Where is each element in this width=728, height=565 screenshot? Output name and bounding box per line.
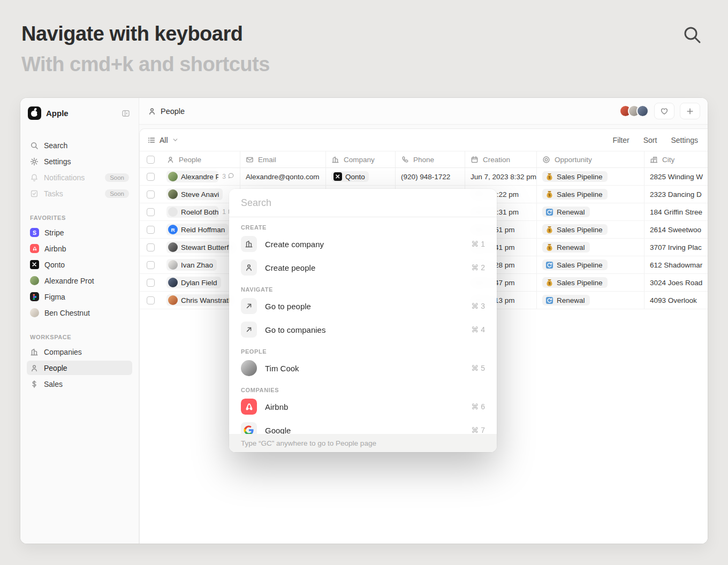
row-checkbox[interactable] <box>147 243 155 251</box>
toolbar-action-filter[interactable]: Filter <box>613 136 630 144</box>
google-logo-icon <box>241 422 257 434</box>
creation-cell[interactable]: Jun 7, 2023 8:32 pm <box>465 168 537 185</box>
opportunity-cell: Renewal <box>537 292 644 309</box>
city-cell[interactable]: 2323 Dancing D <box>644 186 708 203</box>
opportunity-cell: $Sales Pipeline <box>537 221 644 238</box>
breadcrumb[interactable]: People <box>145 105 188 118</box>
member-avatar-3[interactable] <box>636 105 649 117</box>
column-header-opportunity[interactable]: Opportunity <box>537 151 644 167</box>
column-header-label: People <box>179 156 201 164</box>
column-header-company[interactable]: Company <box>326 151 396 167</box>
palette-item-google[interactable]: Google⌘ 7 <box>229 418 497 434</box>
palette-item-go-to-people[interactable]: Go to people⌘ 3 <box>229 294 497 318</box>
column-header-email[interactable]: Email <box>240 151 326 167</box>
city-cell[interactable]: 612 Shadowmar <box>644 256 708 273</box>
column-header-creation[interactable]: Creation <box>465 151 537 167</box>
favorite-item-stripe[interactable]: SStripe <box>27 225 132 240</box>
person-chip[interactable]: Ivan Zhao <box>166 259 217 271</box>
city-icon <box>650 156 658 164</box>
opportunity-chip[interactable]: $Sales Pipeline <box>542 189 608 200</box>
city-cell[interactable]: 3707 Irving Plac <box>644 239 708 256</box>
opportunity-chip[interactable]: $Sales Pipeline <box>542 171 608 182</box>
person-chip[interactable]: Chris Wanstrath <box>166 294 234 306</box>
person-chip[interactable]: Roelof Botha <box>166 206 218 218</box>
workspace-item-people[interactable]: People <box>27 361 132 375</box>
column-header-city[interactable]: City <box>644 151 708 167</box>
opportunity-label: Sales Pipeline <box>557 226 603 234</box>
opportunity-chip[interactable]: Renewal <box>542 295 590 306</box>
avatar-green-icon <box>30 276 39 285</box>
column-header-label: Opportunity <box>555 156 592 164</box>
row-checkbox[interactable] <box>147 279 155 287</box>
sidebar-item-search[interactable]: Search <box>27 138 132 152</box>
person-name: Chris Wanstrath <box>181 296 232 304</box>
view-switcher[interactable]: All <box>147 136 179 144</box>
favorite-item-ben-chestnut[interactable]: Ben Chestnut <box>27 306 132 320</box>
email-cell[interactable]: Alexandre@qonto.com <box>240 168 326 185</box>
person-chip[interactable]: Steve Anavi <box>166 188 223 200</box>
person-chip[interactable]: Alexandre Prot <box>166 171 218 182</box>
column-header-phone[interactable]: Phone <box>396 151 465 167</box>
workspace-header[interactable]: Apple <box>27 105 132 121</box>
person-chip[interactable]: Dylan Field <box>166 277 221 288</box>
member-avatars[interactable] <box>619 105 649 117</box>
person-chip[interactable]: Stewart Butterfield <box>166 241 234 253</box>
row-checkbox[interactable] <box>147 226 155 234</box>
favorite-item-alexandre-prot[interactable]: Alexandre Prot <box>27 273 132 288</box>
favorite-button[interactable] <box>654 103 674 119</box>
palette-item-create-company[interactable]: Create company⌘ 1 <box>229 232 497 256</box>
palette-item-label: Create people <box>265 263 463 272</box>
palette-search-input[interactable] <box>241 197 485 209</box>
column-header-people[interactable]: People <box>161 151 240 167</box>
row-checkbox[interactable] <box>147 173 155 181</box>
svg-text:$: $ <box>549 281 551 285</box>
page-search-icon[interactable] <box>682 25 702 45</box>
sidebar-collapse-icon[interactable] <box>122 109 130 118</box>
company-chip[interactable]: Qonto <box>331 171 369 182</box>
row-checkbox[interactable] <box>147 261 155 269</box>
favorite-item-airbnb[interactable]: Airbnb <box>27 241 132 256</box>
person-chip[interactable]: RReid Hoffman <box>166 224 229 235</box>
palette-item-create-people[interactable]: Create people⌘ 2 <box>229 256 497 279</box>
phone-icon <box>401 156 409 164</box>
favorite-item-label: Qonto <box>44 261 129 269</box>
sidebar-item-settings[interactable]: Settings <box>27 154 132 169</box>
city-cell[interactable]: 184 Griffin Stree <box>644 203 708 220</box>
workspace-item-companies[interactable]: Companies <box>27 345 132 359</box>
opportunity-chip[interactable]: Renewal <box>542 207 590 217</box>
row-checkbox[interactable] <box>147 296 155 304</box>
row-select-cell <box>140 221 161 238</box>
select-all-checkbox[interactable] <box>147 156 155 164</box>
city-cell[interactable]: 4093 Overlook <box>644 292 708 309</box>
palette-item-tim-cook[interactable]: Tim Cook⌘ 5 <box>229 356 497 380</box>
toolbar-action-settings[interactable]: Settings <box>671 136 698 144</box>
row-checkbox[interactable] <box>147 190 155 198</box>
tasks-icon <box>30 189 39 198</box>
city-cell[interactable]: 3024 Joes Road <box>644 274 708 291</box>
city-cell[interactable]: 2614 Sweetwoo <box>644 221 708 238</box>
workspace-name: Apple <box>46 109 117 118</box>
google-icon <box>241 422 257 434</box>
shortcut-label: ⌘ 5 <box>471 364 485 372</box>
opportunity-chip[interactable]: $Renewal <box>542 242 590 253</box>
opportunity-chip[interactable]: $Sales Pipeline <box>542 277 608 288</box>
add-button[interactable] <box>680 103 700 119</box>
phone-cell[interactable]: (920) 948-1722 <box>396 168 465 185</box>
person-name: Ivan Zhao <box>181 261 213 269</box>
favorite-item-label: Airbnb <box>44 245 129 253</box>
palette-item-airbnb[interactable]: Airbnb⌘ 6 <box>229 395 497 418</box>
row-checkbox[interactable] <box>147 208 155 216</box>
opportunity-chip[interactable]: Sales Pipeline <box>542 259 608 270</box>
table-row[interactable]: Alexandre Prot3Alexandre@qonto.comQonto(… <box>140 168 708 186</box>
workspace-item-sales[interactable]: Sales <box>27 377 132 391</box>
arrow-ur-icon <box>241 298 257 314</box>
favorite-item-qonto[interactable]: Qonto <box>27 257 132 272</box>
toolbar-actions: FilterSortSettings <box>613 136 698 144</box>
toolbar-action-sort[interactable]: Sort <box>643 136 657 144</box>
mail-icon <box>246 156 254 164</box>
opportunity-chip[interactable]: $Sales Pipeline <box>542 224 608 235</box>
city-cell[interactable]: 2825 Winding W <box>644 168 708 185</box>
favorite-item-figma[interactable]: Figma <box>27 289 132 304</box>
palette-item-go-to-companies[interactable]: Go to companies⌘ 4 <box>229 318 497 341</box>
palette-search[interactable] <box>229 189 497 217</box>
